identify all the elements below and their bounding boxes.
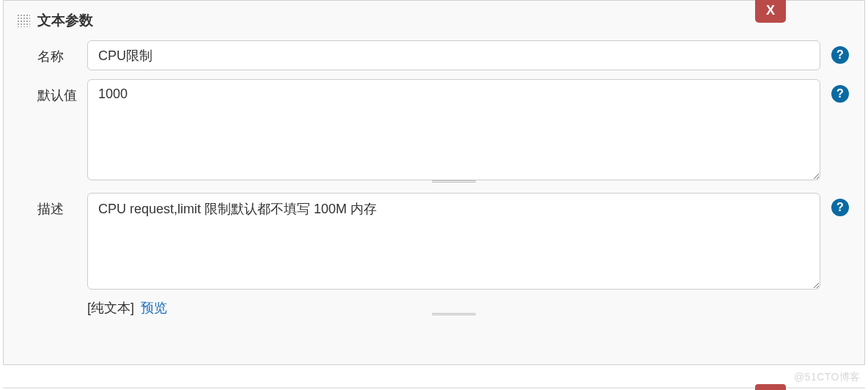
text-parameter-panel: 文本参数 名称 ? 默认值 1000 ? 描述 CPU request,limi… xyxy=(3,0,865,365)
help-icon[interactable]: ? xyxy=(831,199,849,216)
close-button[interactable]: X xyxy=(755,0,786,23)
form-row-default: 默认值 1000 ? xyxy=(17,79,851,184)
bottom-divider xyxy=(3,387,865,389)
bottom-red-chip xyxy=(755,384,786,390)
format-label: 纯文本 xyxy=(91,301,130,315)
default-value-label: 默认值 xyxy=(17,79,87,104)
name-label: 名称 xyxy=(17,40,87,65)
help-icon[interactable]: ? xyxy=(831,85,849,103)
drag-handle-icon[interactable] xyxy=(17,14,30,27)
panel-header: 文本参数 xyxy=(17,11,851,30)
preview-link[interactable]: 预览 xyxy=(141,301,167,315)
panel-title: 文本参数 xyxy=(37,11,93,30)
help-icon[interactable]: ? xyxy=(831,46,849,64)
form-row-name: 名称 ? xyxy=(17,40,851,70)
default-value-textarea[interactable]: 1000 xyxy=(87,79,820,180)
format-bracket-close: ] xyxy=(130,301,134,315)
description-label: 描述 xyxy=(17,193,87,218)
watermark-text: @51CTO博客 xyxy=(794,371,861,384)
description-format-footer: [纯文本] 预览 xyxy=(87,299,820,317)
description-textarea[interactable]: CPU request,limit 限制默认都不填写 100M 内存 xyxy=(87,193,820,290)
form-row-description: 描述 CPU request,limit 限制默认都不填写 100M 内存 [纯… xyxy=(17,193,851,317)
name-input[interactable] xyxy=(87,40,820,70)
